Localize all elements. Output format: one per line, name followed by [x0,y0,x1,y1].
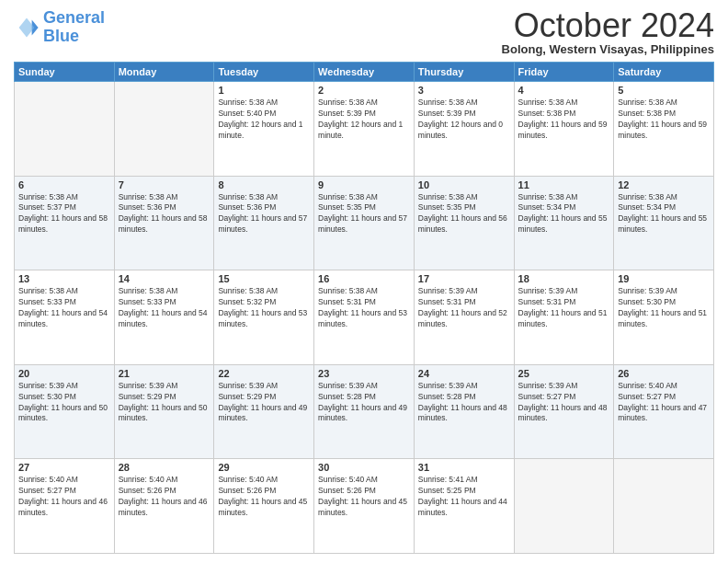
col-tuesday: Tuesday [214,63,314,82]
location: Bolong, Western Visayas, Philippines [502,42,714,56]
calendar-cell-w3-d7: 19Sunrise: 5:39 AM Sunset: 5:30 PM Dayli… [614,270,714,365]
col-thursday: Thursday [414,63,514,82]
day-number: 10 [418,179,510,190]
logo-line2: Blue [43,27,79,45]
day-number: 4 [518,85,610,96]
day-info: Sunrise: 5:38 AM Sunset: 5:33 PM Dayligh… [119,286,210,330]
day-info: Sunrise: 5:40 AM Sunset: 5:27 PM Dayligh… [18,475,110,519]
col-wednesday: Wednesday [314,63,415,82]
calendar-cell-w5-d7 [614,459,714,554]
day-number: 29 [218,462,310,473]
day-info: Sunrise: 5:40 AM Sunset: 5:26 PM Dayligh… [218,475,310,519]
calendar-cell-w5-d6 [514,459,614,554]
day-number: 16 [318,273,410,284]
day-info: Sunrise: 5:38 AM Sunset: 5:39 PM Dayligh… [418,98,510,142]
col-sunday: Sunday [15,63,115,82]
day-info: Sunrise: 5:40 AM Sunset: 5:27 PM Dayligh… [618,381,710,425]
calendar-cell-w1-d4: 2Sunrise: 5:38 AM Sunset: 5:39 PM Daylig… [314,82,415,177]
calendar-cell-w2-d2: 7Sunrise: 5:38 AM Sunset: 5:36 PM Daylig… [114,176,214,270]
day-number: 6 [18,179,110,190]
calendar-table: Sunday Monday Tuesday Wednesday Thursday… [14,62,714,554]
calendar-header-row: Sunday Monday Tuesday Wednesday Thursday… [15,63,714,82]
week-row-5: 27Sunrise: 5:40 AM Sunset: 5:27 PM Dayli… [15,459,714,554]
day-info: Sunrise: 5:38 AM Sunset: 5:39 PM Dayligh… [318,98,410,142]
day-info: Sunrise: 5:39 AM Sunset: 5:31 PM Dayligh… [418,286,510,330]
day-info: Sunrise: 5:38 AM Sunset: 5:36 PM Dayligh… [218,192,310,236]
day-number: 30 [318,462,410,473]
day-info: Sunrise: 5:38 AM Sunset: 5:31 PM Dayligh… [318,286,410,330]
logo-line1: General [43,8,105,27]
day-info: Sunrise: 5:39 AM Sunset: 5:28 PM Dayligh… [318,381,410,425]
day-number: 22 [218,368,310,379]
day-number: 7 [119,179,210,190]
day-info: Sunrise: 5:38 AM Sunset: 5:35 PM Dayligh… [418,192,510,236]
day-info: Sunrise: 5:38 AM Sunset: 5:36 PM Dayligh… [119,192,210,236]
month-title: October 2024 [502,9,714,42]
calendar-cell-w5-d3: 29Sunrise: 5:40 AM Sunset: 5:26 PM Dayli… [214,459,314,554]
day-info: Sunrise: 5:38 AM Sunset: 5:35 PM Dayligh… [318,192,410,236]
calendar-cell-w4-d5: 24Sunrise: 5:39 AM Sunset: 5:28 PM Dayli… [414,364,514,459]
day-info: Sunrise: 5:39 AM Sunset: 5:27 PM Dayligh… [518,381,610,425]
calendar-cell-w5-d1: 27Sunrise: 5:40 AM Sunset: 5:27 PM Dayli… [15,459,115,554]
day-info: Sunrise: 5:39 AM Sunset: 5:30 PM Dayligh… [618,286,710,330]
col-friday: Friday [514,63,614,82]
day-number: 21 [119,368,210,379]
calendar-cell-w4-d3: 22Sunrise: 5:39 AM Sunset: 5:29 PM Dayli… [214,364,314,459]
day-info: Sunrise: 5:39 AM Sunset: 5:31 PM Dayligh… [518,286,610,330]
day-info: Sunrise: 5:39 AM Sunset: 5:30 PM Dayligh… [18,381,110,425]
calendar-cell-w2-d1: 6Sunrise: 5:38 AM Sunset: 5:37 PM Daylig… [15,176,115,270]
calendar-cell-w4-d4: 23Sunrise: 5:39 AM Sunset: 5:28 PM Dayli… [314,364,415,459]
calendar-cell-w3-d6: 18Sunrise: 5:39 AM Sunset: 5:31 PM Dayli… [514,270,614,365]
week-row-4: 20Sunrise: 5:39 AM Sunset: 5:30 PM Dayli… [15,364,714,459]
day-number: 3 [418,85,510,96]
calendar-cell-w4-d2: 21Sunrise: 5:39 AM Sunset: 5:29 PM Dayli… [114,364,214,459]
calendar-cell-w2-d4: 9Sunrise: 5:38 AM Sunset: 5:35 PM Daylig… [314,176,415,270]
calendar-cell-w3-d2: 14Sunrise: 5:38 AM Sunset: 5:33 PM Dayli… [114,270,214,365]
day-info: Sunrise: 5:38 AM Sunset: 5:34 PM Dayligh… [618,192,710,236]
col-saturday: Saturday [614,63,714,82]
title-area: October 2024 Bolong, Western Visayas, Ph… [502,9,714,56]
calendar-cell-w3-d5: 17Sunrise: 5:39 AM Sunset: 5:31 PM Dayli… [414,270,514,365]
calendar-cell-w1-d3: 1Sunrise: 5:38 AM Sunset: 5:40 PM Daylig… [214,82,314,177]
calendar-cell-w2-d7: 12Sunrise: 5:38 AM Sunset: 5:34 PM Dayli… [614,176,714,270]
calendar-cell-w3-d3: 15Sunrise: 5:38 AM Sunset: 5:32 PM Dayli… [214,270,314,365]
day-number: 11 [518,179,610,190]
day-number: 17 [418,273,510,284]
header: General Blue October 2024 Bolong, Wester… [14,9,714,56]
day-info: Sunrise: 5:39 AM Sunset: 5:28 PM Dayligh… [418,381,510,425]
calendar-cell-w2-d5: 10Sunrise: 5:38 AM Sunset: 5:35 PM Dayli… [414,176,514,270]
calendar-cell-w5-d2: 28Sunrise: 5:40 AM Sunset: 5:26 PM Dayli… [114,459,214,554]
col-monday: Monday [114,63,214,82]
day-number: 5 [618,85,710,96]
day-number: 2 [318,85,410,96]
calendar-cell-w3-d1: 13Sunrise: 5:38 AM Sunset: 5:33 PM Dayli… [15,270,115,365]
day-info: Sunrise: 5:38 AM Sunset: 5:37 PM Dayligh… [18,192,110,236]
day-number: 19 [618,273,710,284]
week-row-2: 6Sunrise: 5:38 AM Sunset: 5:37 PM Daylig… [15,176,714,270]
calendar-cell-w1-d6: 4Sunrise: 5:38 AM Sunset: 5:38 PM Daylig… [514,82,614,177]
day-info: Sunrise: 5:40 AM Sunset: 5:26 PM Dayligh… [318,475,410,519]
day-info: Sunrise: 5:38 AM Sunset: 5:38 PM Dayligh… [518,98,610,142]
week-row-1: 1Sunrise: 5:38 AM Sunset: 5:40 PM Daylig… [15,82,714,177]
calendar-cell-w4-d7: 26Sunrise: 5:40 AM Sunset: 5:27 PM Dayli… [614,364,714,459]
day-number: 27 [18,462,110,473]
day-number: 20 [18,368,110,379]
calendar-cell-w1-d2 [114,82,214,177]
day-info: Sunrise: 5:38 AM Sunset: 5:38 PM Dayligh… [618,98,710,142]
calendar-cell-w3-d4: 16Sunrise: 5:38 AM Sunset: 5:31 PM Dayli… [314,270,415,365]
day-number: 1 [218,85,310,96]
day-number: 8 [218,179,310,190]
day-number: 23 [318,368,410,379]
calendar-cell-w4-d1: 20Sunrise: 5:39 AM Sunset: 5:30 PM Dayli… [15,364,115,459]
calendar-cell-w1-d7: 5Sunrise: 5:38 AM Sunset: 5:38 PM Daylig… [614,82,714,177]
day-info: Sunrise: 5:38 AM Sunset: 5:32 PM Dayligh… [218,286,310,330]
day-number: 18 [518,273,610,284]
day-info: Sunrise: 5:41 AM Sunset: 5:25 PM Dayligh… [418,475,510,519]
day-info: Sunrise: 5:38 AM Sunset: 5:33 PM Dayligh… [18,286,110,330]
day-info: Sunrise: 5:39 AM Sunset: 5:29 PM Dayligh… [218,381,310,425]
day-number: 24 [418,368,510,379]
day-info: Sunrise: 5:38 AM Sunset: 5:34 PM Dayligh… [518,192,610,236]
logo-icon [14,15,40,40]
week-row-3: 13Sunrise: 5:38 AM Sunset: 5:33 PM Dayli… [15,270,714,365]
day-number: 13 [18,273,110,284]
